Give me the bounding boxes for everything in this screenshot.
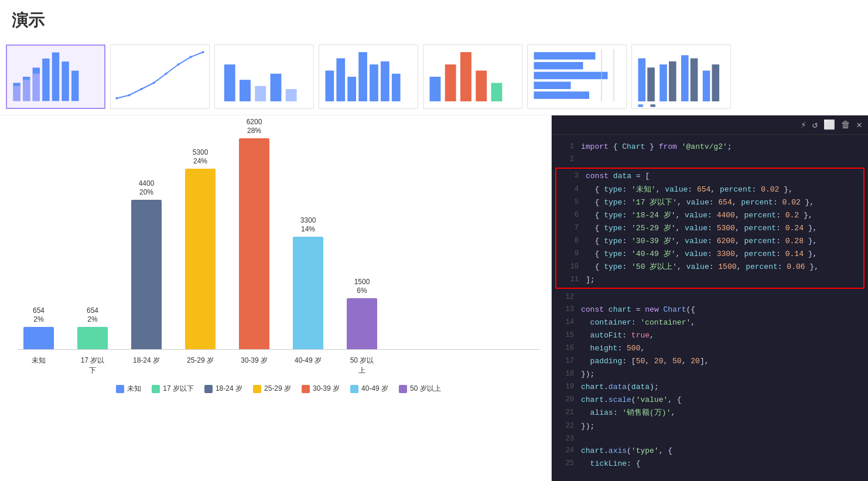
code-line-4: 4 { type: '未知', value: 654, percent: 0.0…: [556, 183, 863, 196]
code-text: chart.axis('type', {: [581, 445, 862, 458]
line-number: 4: [562, 183, 579, 195]
legend-item-0: 未知: [116, 384, 141, 394]
legend-item-2: 18-24 岁: [204, 384, 242, 394]
copy-icon[interactable]: ⬜: [823, 119, 835, 131]
code-text: chart.data(data);: [581, 381, 862, 394]
legend-color-swatch: [302, 385, 310, 393]
bar-rect: [293, 237, 323, 349]
svg-rect-23: [326, 71, 334, 102]
x-axis-label: 17 岁以下: [77, 356, 108, 376]
svg-point-14: [165, 73, 167, 75]
bar-group-4: 6200 28%: [239, 118, 269, 349]
svg-rect-7: [13, 86, 20, 101]
svg-rect-30: [430, 77, 441, 101]
bar-rect: [185, 169, 216, 349]
bar-value-label: 5300 24%: [193, 148, 209, 166]
code-highlight-region: 3const data = [4 { type: '未知', value: 65…: [555, 168, 864, 289]
bar-chart: 654 2%654 2%4400 20%5300 24%6200 28%3300…: [18, 127, 539, 350]
thumbnail-6[interactable]: [527, 45, 627, 109]
svg-rect-45: [669, 62, 676, 101]
svg-rect-6: [71, 71, 78, 101]
code-line-6: 6 { type: '18-24 岁', value: 4400, percen…: [556, 209, 863, 222]
line-number: 7: [562, 222, 579, 234]
code-text: autoFit: true,: [581, 329, 862, 342]
svg-rect-44: [659, 64, 667, 101]
svg-rect-34: [491, 83, 503, 102]
close-icon[interactable]: ✕: [856, 119, 862, 131]
svg-rect-37: [534, 72, 608, 80]
code-line-11: 11];: [556, 274, 863, 286]
line-number: 8: [562, 235, 579, 247]
code-text: const data = [: [586, 170, 857, 183]
thumbnail-1[interactable]: [6, 45, 105, 109]
bar-rect: [77, 327, 108, 349]
code-line-18: 18});: [552, 368, 868, 381]
code-text: padding: [50, 20, 50, 20],: [581, 355, 862, 368]
code-text: { type: '50 岁以上', value: 1500, percent: …: [586, 261, 857, 274]
x-axis-label: 未知: [23, 356, 54, 376]
line-number: 1: [558, 141, 574, 152]
line-number: 16: [558, 342, 574, 354]
code-line-8: 8 { type: '30-39 岁', value: 6200, percen…: [556, 235, 863, 248]
code-text: });: [581, 420, 862, 433]
svg-rect-3: [42, 59, 49, 101]
code-line-25: 25 tickLine: {: [552, 458, 868, 470]
code-text: alias: '销售额(万)',: [581, 407, 862, 419]
code-area: ⚡ ↺ ⬜ 🗑 ✕ 1import { Chart } from '@antv/…: [552, 115, 868, 481]
legend-row: 未知17 岁以下18-24 岁25-29 岁30-39 岁40-49 岁50 岁…: [18, 384, 539, 394]
svg-rect-9: [33, 74, 40, 101]
code-text: });: [581, 368, 862, 381]
legend-label: 30-39 岁: [313, 384, 340, 394]
legend-label: 未知: [127, 384, 141, 394]
bar-value-label: 4400 20%: [139, 179, 155, 197]
legend-color-swatch: [116, 385, 124, 393]
thumbnail-2[interactable]: [110, 45, 210, 109]
line-number: 14: [558, 316, 574, 328]
refresh-icon[interactable]: ↺: [812, 119, 818, 131]
svg-rect-48: [703, 71, 710, 102]
code-line-9: 9 { type: '40-49 岁', value: 3300, percen…: [556, 248, 863, 261]
lightning-icon[interactable]: ⚡: [801, 119, 807, 131]
code-line-3: 3const data = [: [556, 170, 863, 183]
line-number: 23: [558, 433, 574, 445]
legend-item-5: 40-49 岁: [350, 384, 388, 394]
code-text: { type: '25-29 岁', value: 5300, percent:…: [586, 222, 857, 235]
legend-label: 18-24 岁: [216, 384, 242, 394]
bar-group-2: 4400 20%: [131, 179, 162, 349]
bar-group-3: 5300 24%: [185, 148, 216, 349]
thumbnail-7[interactable]: [631, 45, 731, 109]
thumbnail-row: [0, 39, 868, 115]
code-line-21: 21 alias: '销售额(万)',: [552, 407, 868, 419]
code-line-20: 20chart.scale('value', {: [552, 394, 868, 407]
code-line-15: 15 autoFit: true,: [552, 329, 868, 342]
svg-rect-39: [534, 91, 590, 99]
delete-icon[interactable]: 🗑: [841, 120, 850, 131]
thumbnail-5[interactable]: [423, 45, 522, 109]
svg-rect-21: [271, 74, 282, 101]
x-axis-label: 30-39 岁: [239, 356, 269, 376]
svg-rect-4: [52, 53, 59, 101]
svg-point-15: [177, 63, 179, 66]
code-line-16: 16 height: 500,: [552, 342, 868, 355]
bar-rect: [239, 138, 269, 349]
line-number: 5: [562, 196, 579, 208]
svg-rect-42: [638, 59, 646, 102]
thumbnail-3[interactable]: [214, 45, 314, 109]
line-number: 17: [558, 355, 574, 367]
line-number: 24: [558, 445, 574, 456]
bar-rect: [347, 298, 377, 349]
bar-group-6: 1500 6%: [347, 278, 377, 349]
code-text: import { Chart } from '@antv/g2';: [581, 141, 862, 153]
x-axis-label: 40-49 岁: [293, 356, 323, 376]
svg-rect-31: [445, 64, 456, 101]
svg-point-13: [152, 81, 155, 84]
thumbnail-4[interactable]: [319, 45, 418, 109]
code-toolbar: ⚡ ↺ ⬜ 🗑 ✕: [552, 115, 868, 135]
line-number: 3: [562, 170, 579, 182]
code-text: tickLine: {: [581, 458, 862, 470]
svg-rect-5: [61, 62, 69, 101]
legend-item-3: 25-29 岁: [253, 384, 291, 394]
line-number: 15: [558, 329, 574, 341]
x-axis-label: 50 岁以上: [347, 356, 377, 376]
svg-rect-29: [392, 74, 401, 101]
